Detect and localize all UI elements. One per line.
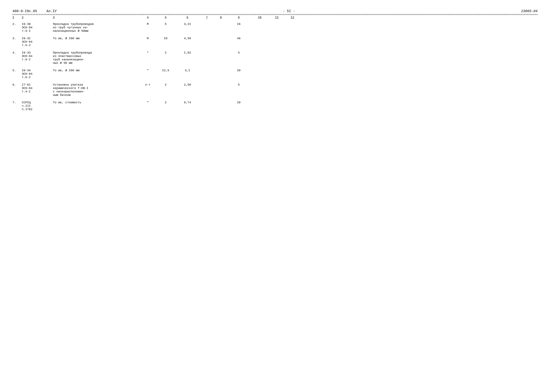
row-desc: То же, Ø I00 мм	[53, 69, 140, 72]
col-header-5: 5	[156, 16, 176, 19]
row-unit: "	[140, 51, 156, 55]
row-unit: М	[140, 37, 156, 40]
row-num: 4.	[13, 51, 22, 55]
row-code: I6-3I ЭСН-84 т.5-2	[22, 37, 53, 47]
row-unit: "	[140, 101, 156, 104]
row-col9: 46	[227, 37, 251, 40]
row-code: I7-6I ЭСН-84 т.4-I	[22, 83, 53, 93]
header-center: - 5I -	[283, 9, 295, 13]
row-desc: То же, Ø I00 мм	[53, 37, 140, 40]
row-num: 2.	[13, 22, 22, 26]
col-header-1: I	[13, 16, 22, 19]
row-num: 5.	[13, 69, 22, 72]
col-header-4: 4	[140, 16, 156, 19]
col-header-11: II	[269, 16, 285, 19]
col-header-2: 2	[22, 16, 53, 19]
row-price: 4,59	[176, 37, 199, 40]
row-qty: I2,5	[156, 69, 176, 72]
row-num: 6.	[13, 83, 22, 86]
row-col9: 20	[227, 101, 251, 104]
content-rows: 2. I6-30 ЭСН-84 т.5-I Прокладка трубопро…	[13, 20, 537, 113]
row-num: 3.	[13, 37, 22, 40]
table-row: 6. I7-6I ЭСН-84 т.4-I Установка унитаза …	[13, 81, 537, 98]
col-header-12: I2	[285, 16, 300, 19]
row-col9: I6	[227, 22, 251, 26]
row-code: ССРСЦ ч.III п.I762	[22, 101, 53, 111]
row-desc: Установка унитаза керамического Т-КВ-I с…	[53, 83, 140, 97]
row-code: I6-30 ЭСН-84 т.5-I	[22, 22, 53, 33]
column-headers-row: I 2 3 4 5 6 7 8 9 I0 II I2	[13, 15, 537, 20]
table-row: 3. I6-3I ЭСН-84 т.5-2 То же, Ø I00 мм М …	[13, 34, 537, 49]
row-qty: 2	[156, 101, 176, 104]
row-qty: 2	[156, 51, 176, 55]
header-left: 400-0-I9с.85 Ал.IУ	[13, 9, 57, 13]
col-header-6: 6	[176, 16, 199, 19]
row-desc: Прокладка трубопроводов из труб чугунных…	[53, 22, 140, 33]
row-price: 3,2I	[176, 22, 199, 26]
row-price: I,92	[176, 51, 199, 55]
row-unit: "	[140, 69, 156, 72]
table-row: 5. I6-34 ЭСН-84 т.6-2 То же, Ø I00 мм " …	[13, 66, 537, 81]
row-col9: 4	[227, 51, 251, 55]
col-header-9: 9	[227, 16, 251, 19]
table-row: 7. ССРСЦ ч.III п.I762 То же, стоимость "…	[13, 98, 537, 113]
table-row: 4. I6-33 ЭСН-84 т.6-I Прокладка трубопро…	[13, 49, 537, 66]
row-col9: 5	[227, 83, 251, 86]
col-header-10: I0	[251, 16, 269, 19]
header-doc-code: 23065-04	[521, 9, 537, 13]
page-container: 400-0-I9с.85 Ал.IУ - 5I - 23065-04 I 2 3…	[13, 9, 537, 113]
header-label: Ал.IУ	[46, 9, 57, 13]
table-row: 2. I6-30 ЭСН-84 т.5-I Прокладка трубопро…	[13, 20, 537, 34]
row-qty: 2	[156, 83, 176, 86]
row-code: I6-34 ЭСН-84 т.6-2	[22, 69, 53, 79]
page-header: 400-0-I9с.85 Ал.IУ - 5I - 23065-04	[13, 9, 537, 13]
header-code: 400-0-I9с.85	[13, 9, 37, 13]
row-desc: Прокладка трубопровода из пластмассовых …	[53, 51, 140, 65]
row-price: 2,56	[176, 83, 199, 86]
col-header-3: 3	[53, 16, 140, 19]
row-unit: к-т	[140, 83, 156, 86]
row-desc: То же, стоимость	[53, 101, 140, 104]
row-price: 9,74	[176, 101, 199, 104]
header-right: 23065-04	[521, 9, 537, 13]
header-page: - 5I -	[283, 9, 295, 13]
row-qty: 5	[156, 22, 176, 26]
row-col9: 39	[227, 69, 251, 72]
row-unit: М	[140, 22, 156, 26]
col-header-7: 7	[199, 16, 215, 19]
col-header-8: 8	[215, 16, 227, 19]
row-code: I6-33 ЭСН-84 т.6-I	[22, 51, 53, 61]
row-qty: I0	[156, 37, 176, 40]
row-price: 3,I	[176, 69, 199, 72]
row-num: 7.	[13, 101, 22, 104]
top-dashed-line	[13, 14, 537, 14]
